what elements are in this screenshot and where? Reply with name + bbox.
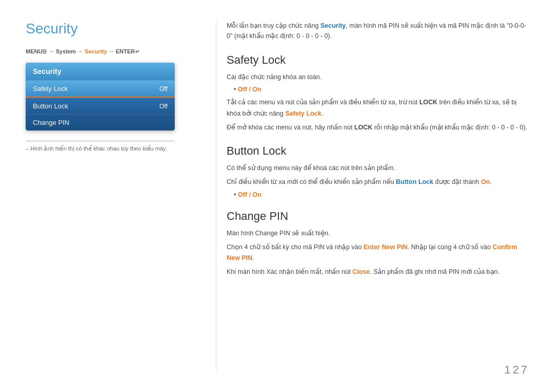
change-pin-desc1: Màn hình Change PIN sẽ xuất hiện. <box>227 228 529 239</box>
safety-lock-desc2: Tắt cả các menu và nút của sản phẩm và đ… <box>227 97 529 119</box>
left-column: Security MENU☰ → System → Security → ENT… <box>26 21 216 371</box>
section-safety-lock: Safety Lock Cài đặc chức năng khóa an to… <box>227 53 529 133</box>
right-column: Mỗi lần bạn truy cập chức năng Security,… <box>216 21 529 371</box>
safety-lock-label: Safety Lock <box>33 85 68 92</box>
menu-item-change-pin[interactable]: Change PIN <box>26 114 175 130</box>
button-lock-label: Button Lock <box>33 102 68 110</box>
change-pin-desc3: Khi màn hình Xác nhận biến mất, nhấn nút… <box>227 267 529 277</box>
safety-lock-title: Safety Lock <box>227 53 529 67</box>
page-title: Security <box>26 21 200 37</box>
breadcrumb: MENU☰ → System → Security → ENTER↵ <box>26 48 200 54</box>
intro-text: Mỗi lần bạn truy cập chức năng Security,… <box>227 21 529 41</box>
safety-lock-value: Off <box>159 85 168 92</box>
menu-item-button-lock[interactable]: Button Lock Off <box>26 98 175 114</box>
breadcrumb-highlight: Security <box>85 48 107 54</box>
button-lock-bullet: Off / On <box>234 191 529 198</box>
button-lock-desc2: Chỉ điều khiển từ xa mới có thể điều khi… <box>227 177 529 188</box>
safety-lock-desc1: Cài đặc chức năng khóa an toàn. <box>227 72 529 83</box>
section-change-pin: Change PIN Màn hình Change PIN sẽ xuất h… <box>227 210 529 278</box>
change-pin-label: Change PIN <box>33 119 69 126</box>
menu-header: Security <box>26 63 175 80</box>
divider <box>26 141 175 141</box>
intro-security-highlight: Security <box>320 22 345 29</box>
button-lock-value: Off <box>159 103 168 110</box>
button-lock-title: Button Lock <box>227 144 529 158</box>
safety-lock-bullet: Off / On <box>234 86 529 93</box>
safety-lock-desc3: Để mở khóa các menu và nút, hãy nhấn nút… <box>227 122 529 133</box>
button-lock-desc1: Có thể sử dụng menu này để khoá các nút … <box>227 163 529 174</box>
change-pin-desc2: Chọn 4 chữ số bất kỳ cho mã PIN và nhập … <box>227 242 529 264</box>
section-button-lock: Button Lock Có thể sử dụng menu này để k… <box>227 144 529 198</box>
footnote: – Hình ảnh hiển thị có thể khác nhau tùy… <box>26 145 200 152</box>
page-number: 127 <box>504 363 529 377</box>
menu-item-safety-lock[interactable]: Safety Lock Off <box>26 80 175 98</box>
change-pin-title: Change PIN <box>227 210 529 223</box>
security-menu-box: Security Safety Lock Off Button Lock Off… <box>26 63 175 130</box>
breadcrumb-text: MENU☰ → System → Security → ENTER↵ <box>26 48 139 54</box>
